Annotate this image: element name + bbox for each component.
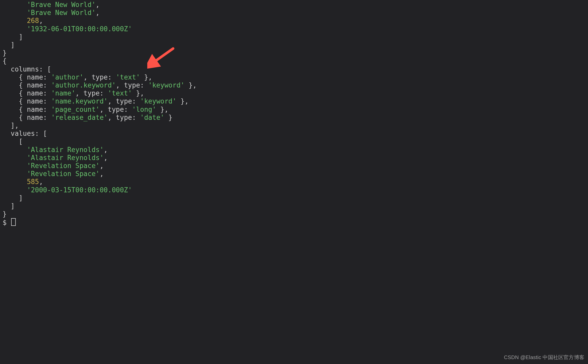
code-string: 'Alastair Reynolds' bbox=[27, 146, 104, 154]
code-string: 'text' bbox=[116, 73, 140, 81]
code-string: 'date' bbox=[140, 114, 164, 121]
code-string: 'Alastair Reynolds' bbox=[27, 154, 104, 162]
code-brace: } bbox=[3, 210, 7, 218]
code-number: 268 bbox=[27, 17, 39, 25]
cursor-icon bbox=[11, 218, 16, 226]
code-string: 'long' bbox=[132, 106, 156, 113]
code-string: 'keyword' bbox=[148, 81, 185, 89]
code-brace: } bbox=[3, 49, 7, 57]
code-brace: { bbox=[3, 57, 7, 65]
code-key: values bbox=[11, 130, 35, 137]
code-string: 'Brave New World' bbox=[27, 1, 96, 9]
code-string: 'author' bbox=[51, 73, 83, 81]
code-bracket: ] bbox=[19, 33, 23, 41]
terminal-output: 'Brave New World', 'Brave New World', 26… bbox=[0, 0, 588, 227]
code-string: '2000-03-15T00:00:00.000Z' bbox=[27, 186, 132, 194]
code-string: 'name.keyword' bbox=[51, 97, 108, 105]
code-string: '1932-06-01T00:00:00.000Z' bbox=[27, 25, 132, 33]
code-key: columns bbox=[11, 65, 39, 73]
code-string: 'Brave New World' bbox=[27, 9, 96, 17]
code-string: 'keyword' bbox=[140, 97, 176, 105]
code-string: 'Revelation Space' bbox=[27, 162, 100, 170]
watermark-text: CSDN @Elastic 中国社区官方博客 bbox=[504, 353, 584, 361]
code-number: 585 bbox=[27, 178, 39, 186]
code-bracket: ] bbox=[11, 41, 15, 49]
code-string: 'author.keyword' bbox=[51, 81, 116, 89]
code-string: 'text' bbox=[108, 89, 132, 97]
code-string: 'name' bbox=[51, 89, 75, 97]
code-string: 'page_count' bbox=[51, 106, 100, 113]
shell-prompt[interactable]: $ bbox=[3, 219, 7, 226]
code-string: 'Revelation Space' bbox=[27, 170, 100, 178]
code-string: 'release_date' bbox=[51, 114, 108, 121]
